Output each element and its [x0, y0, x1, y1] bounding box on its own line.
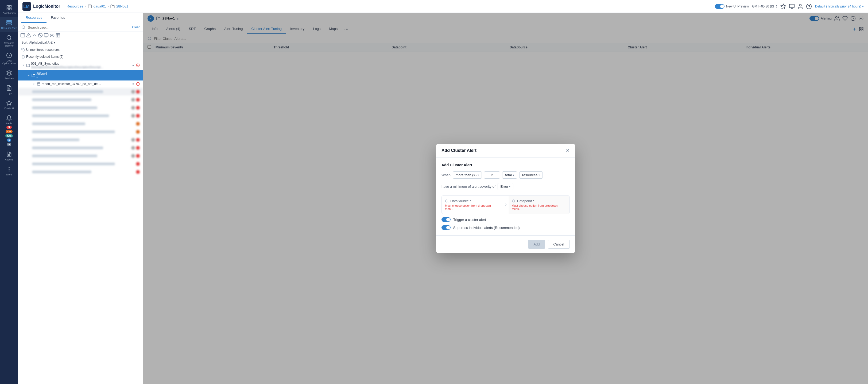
resources-select[interactable]: resources ▾: [519, 171, 543, 179]
sidebar-item-resource-tree[interactable]: Resource Tree: [0, 17, 18, 32]
svg-point-24: [799, 4, 801, 6]
tree-item-deleted[interactable]: Recently deleted items (2): [18, 53, 143, 60]
tree-item-blurred-6[interactable]: [18, 128, 143, 136]
svg-rect-5: [7, 22, 11, 23]
tree-item-28nov1[interactable]: 28Nov1 s: [18, 70, 143, 81]
monitor2-icon[interactable]: [44, 33, 49, 38]
dp-search-icon: [512, 199, 516, 203]
tree-item-blurred-7[interactable]: [18, 136, 143, 144]
datasource-must: Must choose option from dropdown menu.: [445, 204, 500, 210]
cancel-button[interactable]: Cancel: [548, 240, 570, 249]
datasource-field[interactable]: DataSource *: [450, 199, 471, 203]
tree-item-blurred-10[interactable]: [18, 160, 143, 168]
sidebar-item-more[interactable]: More: [0, 164, 18, 179]
svg-point-7: [7, 35, 11, 39]
sidebar-item-reports[interactable]: Reports: [0, 149, 18, 164]
user-icon[interactable]: [798, 3, 803, 9]
sidebar-item-resource-explorer[interactable]: Resource Explorer: [0, 32, 18, 50]
breadcrumb-28nov1[interactable]: 28Nov1: [116, 4, 128, 8]
total-select[interactable]: total ▾: [502, 171, 517, 179]
svg-rect-21: [789, 4, 794, 7]
tree-item-blurred-2[interactable]: [18, 96, 143, 104]
modal-section-title: Add Cluster Alert: [441, 163, 570, 167]
tree-item-blurred-4[interactable]: [18, 112, 143, 120]
tree-item-blurred-1[interactable]: [18, 88, 143, 95]
sidebar-item-dashboards[interactable]: Dashboards: [0, 2, 18, 17]
tree-item-blurred-11[interactable]: [18, 168, 143, 176]
trigger-toggle[interactable]: [441, 217, 451, 222]
sidebar-item-alerts[interactable]: Alerts 8k 426 4.4k 0 9: [0, 112, 18, 149]
sort-dropdown-icon[interactable]: ▾: [54, 41, 55, 45]
sidebar-item-edwin-ai[interactable]: Edwin AI: [0, 97, 18, 112]
tab-resources[interactable]: Resources: [21, 13, 46, 23]
add-button[interactable]: Add: [528, 240, 545, 249]
severity-select[interactable]: Error ▾: [498, 183, 514, 190]
sidebar-item-services[interactable]: Services: [0, 67, 18, 82]
suppress-toggle-row: Suppress individual alerts (Recommended): [441, 225, 570, 230]
help-icon[interactable]: [806, 3, 812, 9]
topbar-icons: [780, 3, 812, 9]
search-input[interactable]: [28, 25, 130, 29]
disable-icon[interactable]: [38, 33, 43, 38]
svg-rect-4: [7, 21, 11, 22]
ds-expand-icon[interactable]: [503, 203, 508, 207]
svg-rect-6: [7, 24, 11, 25]
new-ui-toggle[interactable]: [715, 4, 724, 9]
chevron-down-icon: [27, 73, 30, 77]
svg-marker-11: [7, 100, 11, 105]
warning-icon[interactable]: [26, 33, 31, 38]
svg-rect-3: [10, 8, 11, 10]
up-icon[interactable]: [32, 33, 37, 38]
tree-item-blurred-5[interactable]: [18, 120, 143, 127]
tree-item-blurred-9[interactable]: [18, 152, 143, 160]
gear-action-icon[interactable]: [131, 63, 135, 67]
gear2-icon[interactable]: [131, 82, 135, 86]
svg-point-35: [52, 35, 53, 36]
chevron-right2-icon: [32, 82, 36, 86]
monitor-icon[interactable]: [789, 3, 795, 9]
svg-rect-2: [7, 8, 8, 10]
star-icon[interactable]: [780, 3, 786, 9]
suppress-toggle[interactable]: [441, 225, 451, 230]
svg-rect-1: [10, 6, 11, 7]
add-folder-icon[interactable]: [20, 33, 25, 38]
tree-item-blurred-3[interactable]: [18, 104, 143, 112]
tab-favorites[interactable]: Favorites: [46, 13, 69, 23]
sidebar-item-cost-optimization[interactable]: Cost Optimization: [0, 50, 18, 67]
tree-item-blurred-8[interactable]: [18, 144, 143, 152]
svg-rect-36: [56, 33, 60, 37]
svg-point-16: [9, 171, 9, 171]
svg-point-42: [132, 83, 134, 85]
tree-item-unmonitored[interactable]: Unmonitored resources: [18, 46, 143, 53]
default-time-label[interactable]: Default (Typically prior 24 hours) ▾: [815, 4, 864, 8]
new-ui-toggle-container[interactable]: New UI Preview: [715, 4, 749, 9]
settings-icon[interactable]: [50, 33, 55, 38]
clear-button[interactable]: Clear: [132, 25, 140, 29]
logo: LM LogicMonitor: [23, 2, 60, 11]
table-icon[interactable]: [56, 33, 60, 38]
threshold-input[interactable]: [484, 171, 500, 179]
svg-point-27: [22, 26, 25, 29]
svg-point-43: [136, 82, 140, 86]
chevron-right-icon: [21, 63, 25, 67]
sidebar-item-logs[interactable]: Logs: [0, 82, 18, 97]
datasource-left: DataSource * Must choose option from dro…: [442, 196, 503, 214]
breadcrumb-resources[interactable]: Resources: [66, 4, 83, 8]
sort-bar: Sort: Alphabetical A-Z ▾: [18, 39, 143, 46]
right-panel: ‹ 28Nov1 s Alerting I: [143, 13, 868, 384]
modal-overlay: Add Cluster Alert ✕ Add Cluster Alert Wh…: [143, 13, 868, 384]
stop2-icon[interactable]: [136, 82, 140, 86]
stop-action-icon[interactable]: [136, 63, 140, 67]
modal-close-button[interactable]: ✕: [566, 148, 570, 153]
modal-title: Add Cluster Alert: [441, 148, 476, 153]
breadcrumb-qauat01[interactable]: qauat01: [94, 4, 106, 8]
datapoint-field[interactable]: Datapoint *: [517, 199, 534, 203]
breadcrumb: Resources › qauat01 › 28Nov1: [66, 4, 128, 8]
svg-rect-19: [88, 5, 91, 8]
svg-rect-33: [44, 33, 49, 36]
tree-item-report-mb[interactable]: report_mb_collector_37707_do_not_del...: [18, 81, 143, 87]
tree-item-001ab[interactable]: 001_AB_Synthetics DescriptionDescription…: [18, 60, 143, 70]
modal-footer: Add Cancel: [436, 235, 575, 253]
modal-body: Add Cluster Alert When more than (>) ▾ t…: [436, 157, 575, 235]
condition-select[interactable]: more than (>) ▾: [453, 171, 482, 179]
